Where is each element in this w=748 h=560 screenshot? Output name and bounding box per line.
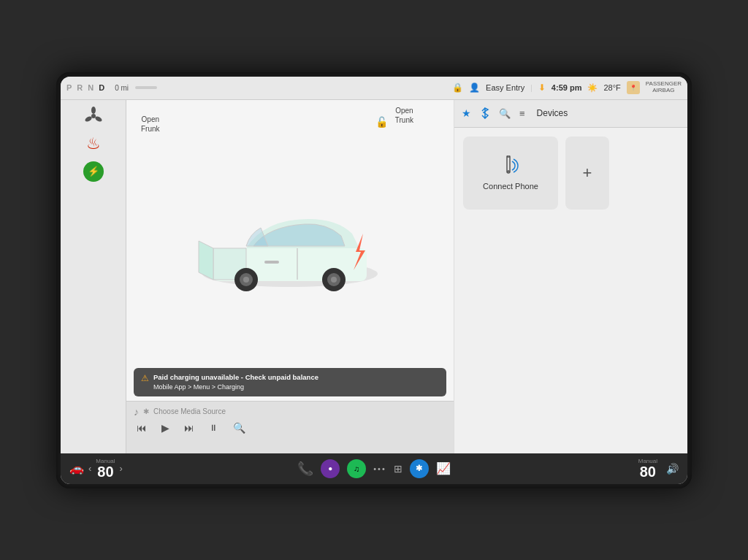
bluetooth-taskbar-icon[interactable]: ✱ (410, 459, 429, 478)
frunk-label[interactable]: Open Frunk (141, 115, 160, 134)
svg-point-15 (508, 170, 509, 172)
left-panel: ♨ ⚡ (61, 100, 126, 453)
add-device-card[interactable]: + (565, 137, 609, 210)
trunk-label[interactable]: Open Trunk (395, 106, 413, 125)
time-display: 4:59 pm (552, 83, 582, 92)
svg-rect-14 (264, 261, 279, 264)
main-content: ♨ ⚡ Open Frunk Open Trunk 🔓 (61, 100, 687, 453)
spotify-icon[interactable]: ♫ (347, 459, 366, 478)
odometer-bar (135, 86, 157, 89)
phone-call-icon[interactable]: 📞 (297, 461, 313, 477)
prev-track-button[interactable]: ⏮ (137, 422, 147, 434)
svg-point-1 (91, 107, 96, 114)
profile-icon[interactable]: ● (321, 459, 340, 478)
taskbar-left: 🚗 ‹ Manual 80 › (69, 458, 222, 479)
temp-icon: ☀️ (587, 83, 598, 93)
search-media-button[interactable]: 🔍 (233, 422, 245, 434)
list-icon[interactable]: ≡ (519, 108, 525, 119)
car-tab-icon[interactable]: 🚗 (69, 461, 84, 475)
pause-button[interactable]: ⏸ (209, 423, 218, 433)
taskbar: 🚗 ‹ Manual 80 › 📞 ● ♫ ••• ⊞ ✱ (61, 453, 687, 484)
person-status-icon: 👤 (469, 83, 480, 93)
grid-apps-icon[interactable]: ⊞ (394, 463, 402, 475)
asterisk-icon: ✱ (143, 407, 149, 415)
bluetooth-icon[interactable] (480, 107, 490, 119)
screen: P R N D 0 mi 🔒 👤 Easy Entry | ⬇ 4:59 pm … (61, 77, 687, 484)
svg-point-9 (243, 277, 249, 283)
bluetooth-panel: ★ 🔍 ≡ Devices (454, 100, 687, 453)
bluetooth-phone-icon (500, 156, 521, 176)
map-icon: 📍 (627, 81, 640, 94)
alert-sub-text: Mobile App > Menu > Charging (153, 383, 244, 391)
fan-icon[interactable] (80, 106, 107, 126)
speed-arrow-left-right[interactable]: › (120, 463, 123, 474)
alert-triangle-icon: ⚠ (141, 373, 149, 383)
svg-point-0 (91, 114, 96, 118)
alert-main-text: Paid charging unavailable - Check unpaid… (153, 373, 318, 381)
door-lock-icon[interactable]: 🔓 (375, 116, 388, 128)
music-note-icon: ♪ (134, 406, 139, 418)
right-speed-value: 80 (640, 464, 656, 479)
add-icon: + (583, 164, 592, 183)
speed-arrow-left: ‹ (88, 463, 91, 474)
media-source-row: ♪ ✱ Choose Media Source (134, 406, 446, 418)
search-bt-icon[interactable]: 🔍 (499, 108, 511, 119)
next-track-button[interactable]: ⏭ (184, 422, 194, 434)
easy-entry-label: Easy Entry (486, 83, 524, 92)
car-graphic (191, 193, 389, 307)
left-speed-value: 80 (97, 464, 113, 479)
bluetooth-toolbar: ★ 🔍 ≡ Devices (454, 100, 687, 128)
choose-source-text[interactable]: Choose Media Source (153, 407, 226, 415)
car-view: Open Frunk Open Trunk 🔓 (126, 100, 454, 401)
media-player: ♪ ✱ Choose Media Source ⏮ ▶ ⏭ ⏸ 🔍 (126, 401, 454, 453)
airbag-label: PASSENGERAIRBAG (646, 81, 682, 94)
bluetooth-content: Connect Phone + (454, 128, 687, 453)
download-icon: ⬇ (538, 83, 546, 93)
media-controls: ⏮ ▶ ⏭ ⏸ 🔍 (134, 422, 446, 434)
bluetooth-active-icon[interactable]: ★ (462, 107, 471, 119)
devices-label: Devices (537, 108, 568, 118)
status-icons: 🔒 👤 Easy Entry | ⬇ 4:59 pm ☀️ 28°F 📍 PAS… (452, 81, 682, 94)
lock-icon: 🔒 (452, 83, 463, 93)
taskbar-center: 📞 ● ♫ ••• ⊞ ✱ 📈 (222, 459, 527, 478)
play-button[interactable]: ▶ (161, 422, 169, 434)
left-speed-display: Manual 80 (96, 458, 115, 479)
prnd-display: P R N D (66, 83, 106, 92)
charging-alert: ⚠ Paid charging unavailable - Check unpa… (134, 368, 446, 396)
right-speed-display: Manual 80 (638, 458, 657, 479)
more-apps-icon[interactable]: ••• (373, 464, 386, 473)
temp-display: 28°F (603, 83, 620, 92)
screen-bezel: P R N D 0 mi 🔒 👤 Easy Entry | ⬇ 4:59 pm … (56, 72, 692, 488)
svg-point-12 (331, 277, 337, 283)
taskbar-right: Manual 80 🔊 (527, 458, 679, 479)
volume-icon[interactable]: 🔊 (666, 463, 679, 475)
status-bar: P R N D 0 mi 🔒 👤 Easy Entry | ⬇ 4:59 pm … (61, 77, 687, 100)
charging-icon[interactable]: ⚡ (83, 161, 104, 182)
center-panel: Open Frunk Open Trunk 🔓 (126, 100, 454, 453)
energy-graph-icon[interactable]: 📈 (436, 461, 451, 475)
connect-phone-card[interactable]: Connect Phone (463, 137, 558, 210)
connect-phone-label: Connect Phone (483, 182, 538, 191)
odometer: 0 mi (115, 84, 129, 92)
person-red-icon[interactable]: ♨ (80, 134, 107, 154)
